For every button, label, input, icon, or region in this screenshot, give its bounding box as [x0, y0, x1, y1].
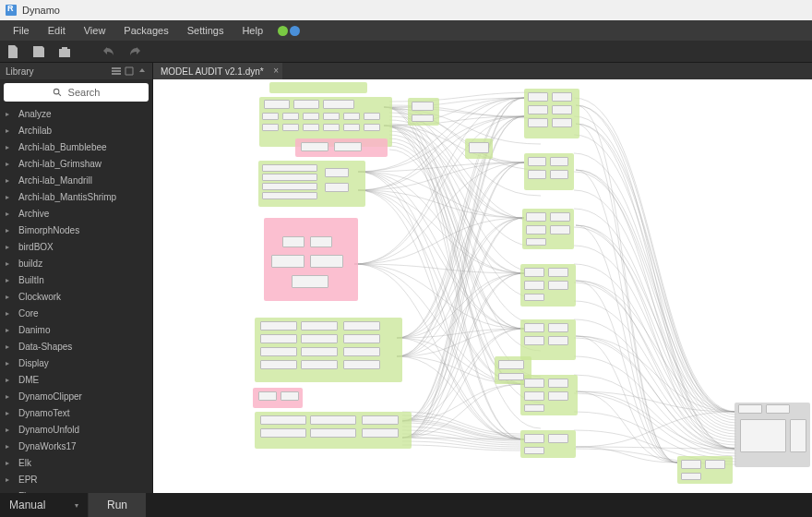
graph-node[interactable]: [528, 105, 548, 114]
graph-node[interactable]: [343, 321, 380, 331]
graph-node[interactable]: [260, 415, 306, 425]
menu-settings[interactable]: Settings: [178, 25, 233, 36]
graph-node[interactable]: [548, 379, 568, 388]
graph-node[interactable]: [343, 113, 360, 120]
library-item[interactable]: ▸DynamoUnfold: [0, 421, 152, 438]
graph-node[interactable]: [524, 323, 544, 332]
graph-node[interactable]: [362, 415, 399, 425]
document-tab[interactable]: MODEL AUDIT v2.1.dyn* ×: [153, 63, 282, 79]
graph-node[interactable]: [705, 460, 725, 469]
graph-node[interactable]: [550, 225, 570, 234]
menu-file[interactable]: File: [4, 25, 39, 36]
graph-node[interactable]: [524, 391, 544, 401]
graph-node[interactable]: [281, 391, 299, 401]
graph-node[interactable]: [282, 113, 299, 120]
graph-node[interactable]: [301, 347, 338, 356]
graph-node[interactable]: [524, 379, 544, 388]
library-item[interactable]: ▸BuiltIn: [0, 271, 152, 288]
menu-edit[interactable]: Edit: [39, 25, 75, 36]
library-view-icon[interactable]: [112, 66, 121, 76]
library-item[interactable]: ▸Analyze: [0, 105, 152, 122]
library-item[interactable]: ▸EPR: [0, 471, 152, 487]
graph-node[interactable]: [325, 168, 349, 177]
library-item[interactable]: ▸Archi-lab_Mandrill: [0, 172, 152, 188]
menu-help[interactable]: Help: [233, 25, 272, 36]
graph-node[interactable]: [526, 212, 546, 222]
graph-node[interactable]: [528, 170, 546, 179]
graph-node[interactable]: [262, 164, 317, 172]
graph-node[interactable]: [681, 473, 701, 480]
graph-node[interactable]: [524, 404, 544, 412]
graph-node[interactable]: [343, 124, 360, 131]
graph-node[interactable]: [740, 419, 786, 452]
graph-node[interactable]: [310, 415, 356, 425]
graph-node[interactable]: [264, 100, 290, 109]
library-item[interactable]: ▸Archive: [0, 205, 152, 222]
graph-node[interactable]: [552, 92, 572, 102]
graph-node[interactable]: [323, 100, 354, 109]
graph-node[interactable]: [258, 391, 277, 401]
graph-node[interactable]: [548, 336, 568, 345]
graph-node[interactable]: [282, 236, 304, 247]
graph-node[interactable]: [548, 434, 568, 443]
graph-node[interactable]: [524, 434, 544, 443]
graph-node[interactable]: [524, 294, 544, 301]
graph-node[interactable]: [412, 102, 434, 111]
graph-node[interactable]: [323, 124, 340, 131]
new-file-icon[interactable]: [6, 44, 20, 59]
graph-node[interactable]: [271, 255, 304, 268]
library-close-icon[interactable]: [137, 66, 147, 76]
run-mode-selector[interactable]: Manual ▾: [0, 493, 89, 517]
graph-node[interactable]: [303, 113, 319, 120]
graph-node[interactable]: [260, 321, 297, 331]
graph-node[interactable]: [552, 105, 572, 114]
graph-node[interactable]: [293, 100, 319, 109]
graph-node[interactable]: [548, 391, 568, 401]
graph-canvas[interactable]: [153, 79, 812, 493]
graph-node[interactable]: [260, 334, 297, 343]
library-item[interactable]: ▸birdBOX: [0, 238, 152, 255]
graph-node[interactable]: [262, 183, 317, 190]
graph-node[interactable]: [790, 419, 806, 452]
menu-view[interactable]: View: [75, 25, 115, 36]
graph-node[interactable]: [260, 360, 297, 369]
export-icon[interactable]: [57, 44, 72, 59]
graph-node[interactable]: [325, 183, 349, 192]
graph-node[interactable]: [498, 360, 524, 369]
graph-node[interactable]: [262, 174, 317, 181]
graph-node[interactable]: [524, 336, 544, 345]
library-collapse-icon[interactable]: [125, 66, 134, 76]
library-item[interactable]: ▸BimorphNodes: [0, 222, 152, 238]
graph-node[interactable]: [412, 114, 434, 122]
library-item[interactable]: ▸Danimo: [0, 321, 152, 338]
graph-node[interactable]: [310, 255, 343, 268]
graph-node[interactable]: [524, 281, 544, 290]
graph-node[interactable]: [301, 321, 338, 331]
library-item[interactable]: ▸DynamoText: [0, 404, 152, 421]
library-item[interactable]: ▸DynamoClipper: [0, 388, 152, 404]
graph-node[interactable]: [343, 360, 380, 369]
graph-node[interactable]: [548, 281, 568, 290]
menu-packages[interactable]: Packages: [114, 25, 177, 36]
library-search[interactable]: Search: [4, 83, 149, 102]
graph-node[interactable]: [292, 275, 328, 288]
save-icon[interactable]: [31, 44, 46, 59]
library-item[interactable]: ▸Data-Shapes: [0, 338, 152, 355]
graph-node[interactable]: [323, 113, 340, 120]
graph-node[interactable]: [343, 347, 380, 356]
library-item[interactable]: ▸Archilab: [0, 122, 152, 138]
graph-node[interactable]: [301, 334, 338, 343]
graph-node[interactable]: [469, 142, 489, 153]
graph-node[interactable]: [766, 404, 790, 414]
library-item[interactable]: ▸Core: [0, 305, 152, 321]
library-item[interactable]: ▸Archi-lab_Grimshaw: [0, 155, 152, 172]
node-group[interactable]: [269, 82, 367, 93]
graph-node[interactable]: [681, 460, 701, 469]
graph-node[interactable]: [528, 118, 548, 127]
tab-close-icon[interactable]: ×: [273, 66, 279, 76]
graph-node[interactable]: [524, 447, 544, 454]
graph-node[interactable]: [282, 124, 299, 131]
graph-node[interactable]: [524, 268, 544, 277]
graph-node[interactable]: [303, 124, 319, 131]
graph-node[interactable]: [550, 212, 570, 222]
